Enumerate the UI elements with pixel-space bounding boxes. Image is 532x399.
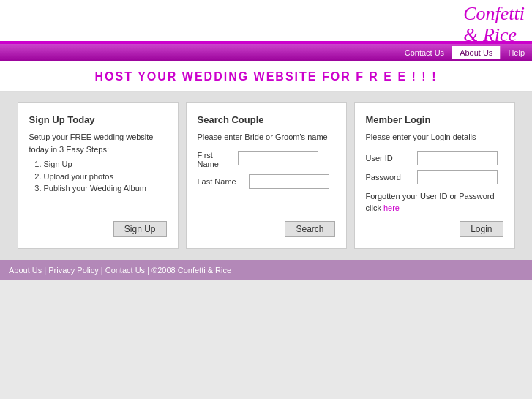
first-name-label-name: Name: [198, 160, 238, 168]
login-button[interactable]: Login: [460, 221, 503, 237]
password-row: Password: [366, 170, 503, 184]
member-login-card: Member Login Please enter your Login det…: [354, 102, 515, 249]
banner-title: HOST YOUR WEDDING WEBSITE FOR F R E E ! …: [0, 70, 532, 83]
footer-about-us[interactable]: About Us: [9, 266, 42, 275]
first-name-label-first: First: [198, 151, 238, 160]
user-id-label: User ID: [366, 154, 417, 163]
logo-line2: & Rice: [463, 24, 517, 45]
footer-privacy-policy[interactable]: Privacy Policy: [48, 266, 98, 275]
signup-button[interactable]: Sign Up: [113, 221, 167, 237]
forgot-text: Forgotten your User ID or Password click…: [366, 190, 503, 215]
footer-copyright: ©2008 Confetti & Rice: [151, 266, 231, 275]
nav-contact-us[interactable]: Contact Us: [397, 46, 452, 59]
first-name-row: First Name: [198, 151, 335, 168]
password-input[interactable]: [417, 170, 498, 184]
signup-step-3: Publish your Wedding Album: [44, 182, 167, 195]
last-name-label: Last Name: [198, 177, 249, 186]
search-title: Search Couple: [198, 114, 335, 125]
password-label: Password: [366, 173, 417, 182]
last-name-input[interactable]: [249, 174, 329, 189]
member-description: Please enter your Login details: [366, 131, 503, 143]
logo-line1: Confetti: [463, 3, 525, 24]
search-button[interactable]: Search: [285, 221, 334, 237]
header: Confetti & Rice: [0, 0, 532, 44]
main-content: Sign Up Today Setup your FREE wedding we…: [0, 92, 532, 260]
signup-steps: Sign Up Upload your photos Publish your …: [44, 158, 167, 195]
signup-step-2: Upload your photos: [44, 171, 167, 183]
user-id-row: User ID: [366, 151, 503, 165]
member-title: Member Login: [366, 114, 503, 125]
nav-about-us[interactable]: About Us: [452, 46, 500, 59]
last-name-row: Last Name: [198, 174, 335, 189]
footer-contact-us[interactable]: Contact Us: [105, 266, 145, 275]
signup-description: Setup your FREE wedding website today in…: [29, 131, 167, 155]
search-description: Please enter Bride or Groom's name: [198, 131, 335, 143]
user-id-input[interactable]: [417, 151, 498, 165]
signup-title: Sign Up Today: [29, 114, 167, 125]
search-card: Search Couple Please enter Bride or Groo…: [186, 102, 347, 249]
first-name-input[interactable]: [238, 151, 318, 165]
signup-step-1: Sign Up: [44, 158, 167, 171]
forgot-link[interactable]: here: [383, 204, 400, 212]
nav-help[interactable]: Help: [500, 46, 532, 59]
logo: Confetti & Rice: [463, 4, 525, 45]
banner: HOST YOUR WEDDING WEBSITE FOR F R E E ! …: [0, 61, 532, 92]
footer: About Us | Privacy Policy | Contact Us |…: [0, 260, 532, 280]
navbar: Contact Us About Us Help: [0, 44, 532, 61]
signup-card: Sign Up Today Setup your FREE wedding we…: [18, 102, 179, 249]
